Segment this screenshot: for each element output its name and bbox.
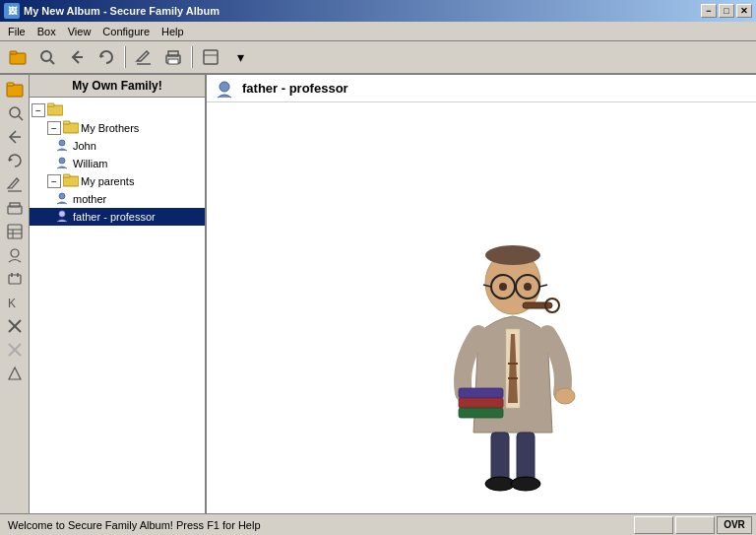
svg-line-3 — [50, 60, 54, 64]
content-header-icon — [215, 79, 234, 99]
toolbar-separator-2 — [191, 46, 193, 68]
svg-rect-65 — [517, 433, 535, 482]
menu-help[interactable]: Help — [156, 24, 190, 39]
svg-rect-42 — [63, 174, 70, 177]
sidebar-icon-6[interactable] — [4, 197, 26, 219]
content-header: father - professor — [207, 75, 756, 102]
toolbar-dropdown-button[interactable]: ▾ — [226, 44, 254, 70]
root-expand[interactable]: − — [32, 103, 45, 117]
menu-file[interactable]: File — [2, 24, 32, 39]
svg-rect-35 — [47, 105, 63, 115]
svg-marker-17 — [9, 158, 13, 162]
toolbar-print-button[interactable] — [159, 44, 187, 70]
sidebar-icon-13[interactable] — [4, 363, 26, 384]
menu-box[interactable]: Box — [32, 24, 62, 39]
person-figure — [434, 235, 592, 494]
svg-rect-38 — [63, 121, 70, 124]
content-body — [207, 102, 756, 513]
svg-point-67 — [511, 477, 540, 491]
minimize-button[interactable]: − — [701, 4, 717, 18]
status-panels: OVR — [634, 516, 752, 534]
svg-rect-61 — [459, 398, 503, 408]
svg-point-39 — [59, 140, 65, 146]
svg-line-15 — [19, 116, 23, 120]
root-folder-icon — [47, 102, 63, 118]
mother-label: mother — [73, 193, 106, 205]
content-panel: father - professor — [207, 75, 756, 513]
parents-expand[interactable]: − — [47, 174, 61, 188]
toolbar-search-button[interactable] — [33, 44, 61, 70]
close-button[interactable]: ✕ — [736, 4, 752, 18]
svg-text:K: K — [8, 297, 16, 310]
status-panel-2 — [675, 516, 715, 534]
sidebar-icon-2[interactable] — [4, 102, 26, 124]
svg-rect-62 — [459, 408, 503, 418]
svg-rect-9 — [168, 59, 178, 64]
toolbar-open-button[interactable] — [4, 44, 32, 70]
svg-rect-13 — [7, 83, 14, 86]
sidebar-icon-7[interactable] — [4, 221, 26, 242]
tree-item-parents[interactable]: − My parents — [30, 172, 205, 190]
sidebar-icon-10[interactable]: K — [4, 292, 26, 313]
tree-root[interactable]: − — [30, 101, 205, 119]
tree-item-brothers[interactable]: − My Brothers — [30, 119, 205, 137]
svg-point-14 — [10, 107, 20, 117]
toolbar-refresh-button[interactable] — [93, 44, 120, 70]
svg-point-2 — [41, 51, 51, 61]
sidebar-icon-8[interactable] — [4, 244, 26, 266]
svg-point-63 — [555, 388, 575, 404]
toolbar-extra-button[interactable] — [197, 44, 224, 70]
sidebar-icon-12[interactable] — [4, 339, 26, 361]
svg-point-25 — [11, 249, 19, 257]
toolbar-edit-button[interactable] — [130, 44, 158, 70]
brothers-expand[interactable]: − — [47, 121, 61, 135]
svg-rect-36 — [47, 103, 54, 106]
tree-item-william[interactable]: William — [30, 155, 205, 172]
sidebar-icon-5[interactable] — [4, 173, 26, 195]
tree-item-john[interactable]: John — [30, 137, 205, 155]
tree-item-mother[interactable]: mother — [30, 190, 205, 208]
svg-rect-37 — [63, 123, 79, 133]
svg-point-44 — [59, 211, 65, 217]
svg-point-52 — [499, 283, 507, 291]
tree-item-father[interactable]: father - professor — [30, 208, 205, 226]
menu-bar: File Box View Configure Help — [0, 22, 756, 41]
sidebar-icon-1[interactable] — [4, 79, 26, 100]
svg-point-45 — [220, 82, 229, 92]
sidebar-icon-11[interactable] — [4, 315, 26, 337]
tree-header: My Own Family! — [30, 75, 205, 98]
maximize-button[interactable]: □ — [719, 4, 734, 18]
svg-point-43 — [59, 193, 65, 199]
sidebar-icon-3[interactable] — [4, 126, 26, 148]
title-bar: 🖼 My New Album - Secure Family Album − □… — [0, 0, 756, 22]
svg-rect-64 — [491, 433, 509, 482]
sidebar-icon-9[interactable] — [4, 268, 26, 290]
svg-rect-0 — [10, 53, 26, 64]
left-sidebar: K — [0, 75, 30, 513]
menu-view[interactable]: View — [62, 24, 97, 39]
main-area: K My Own Family! − − — [0, 75, 756, 513]
svg-rect-1 — [10, 51, 17, 54]
brothers-label: My Brothers — [81, 122, 139, 134]
svg-rect-8 — [168, 51, 178, 56]
app-icon: 🖼 — [4, 3, 20, 19]
menu-configure[interactable]: Configure — [96, 24, 156, 39]
toolbar-back-button[interactable] — [63, 44, 91, 70]
svg-rect-54 — [523, 302, 552, 308]
svg-marker-5 — [100, 54, 104, 58]
parents-label: My parents — [81, 175, 134, 187]
window-title: My New Album - Secure Family Album — [24, 5, 220, 17]
svg-rect-21 — [8, 225, 22, 238]
tree-panel: My Own Family! − − My Brothers — [30, 75, 207, 513]
sidebar-icon-4[interactable] — [4, 150, 26, 171]
william-person-icon — [55, 156, 71, 171]
svg-rect-41 — [63, 176, 79, 186]
svg-rect-26 — [9, 275, 21, 284]
svg-marker-34 — [9, 368, 21, 379]
svg-point-56 — [485, 245, 540, 265]
window-controls: − □ ✕ — [701, 4, 752, 18]
parents-folder-icon — [63, 173, 79, 189]
father-person-icon — [55, 209, 71, 225]
brothers-folder-icon — [63, 120, 79, 136]
status-text: Welcome to Secure Family Album! Press F1… — [4, 519, 634, 531]
